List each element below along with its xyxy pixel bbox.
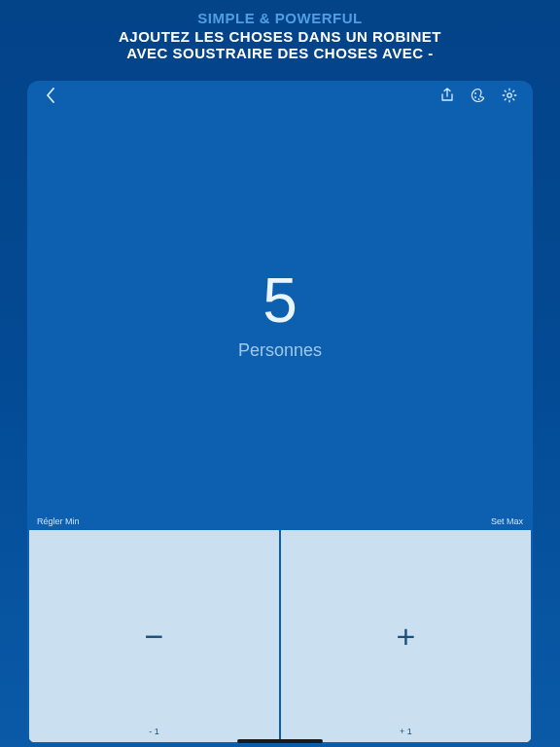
gear-icon bbox=[502, 88, 517, 103]
svg-point-3 bbox=[508, 93, 511, 97]
counter-display[interactable]: 5 Personnes bbox=[27, 110, 533, 515]
palette-icon bbox=[471, 88, 486, 103]
counter-value: 5 bbox=[262, 265, 298, 337]
promo-line-1: SIMPLE & POWERFUL bbox=[0, 10, 560, 26]
settings-button[interactable] bbox=[500, 86, 519, 105]
minus-icon: − bbox=[145, 618, 164, 656]
svg-point-1 bbox=[474, 96, 476, 98]
plus-pad[interactable]: + + 1 bbox=[281, 530, 531, 742]
svg-point-2 bbox=[478, 98, 480, 100]
promo-line-3: AVEC SOUSTRAIRE DES CHOSES AVEC - bbox=[0, 45, 560, 61]
plus-icon: + bbox=[397, 618, 416, 656]
back-button[interactable] bbox=[41, 86, 60, 105]
set-max-button[interactable]: Set Max bbox=[491, 516, 523, 526]
theme-button[interactable] bbox=[469, 86, 488, 105]
svg-point-0 bbox=[474, 92, 476, 94]
counter-label: Personnes bbox=[238, 340, 322, 361]
share-button[interactable] bbox=[438, 86, 457, 105]
minus-pad[interactable]: − - 1 bbox=[29, 530, 279, 742]
min-max-row: Régler Min Set Max bbox=[27, 515, 533, 530]
chevron-left-icon bbox=[46, 88, 55, 103]
home-indicator bbox=[237, 739, 323, 743]
promo-block: SIMPLE & POWERFUL AJOUTEZ LES CHOSES DAN… bbox=[0, 0, 560, 67]
promo-line-2: AJOUTEZ LES CHOSES DANS UN ROBINET bbox=[0, 28, 560, 45]
minus-delta-label: - 1 bbox=[149, 727, 159, 736]
topbar bbox=[27, 81, 533, 110]
pad-row: − - 1 + + 1 bbox=[27, 530, 533, 744]
plus-delta-label: + 1 bbox=[400, 727, 412, 736]
set-min-button[interactable]: Régler Min bbox=[37, 516, 80, 526]
app-frame: 5 Personnes Régler Min Set Max − - 1 + +… bbox=[27, 81, 533, 744]
share-icon bbox=[440, 88, 454, 103]
